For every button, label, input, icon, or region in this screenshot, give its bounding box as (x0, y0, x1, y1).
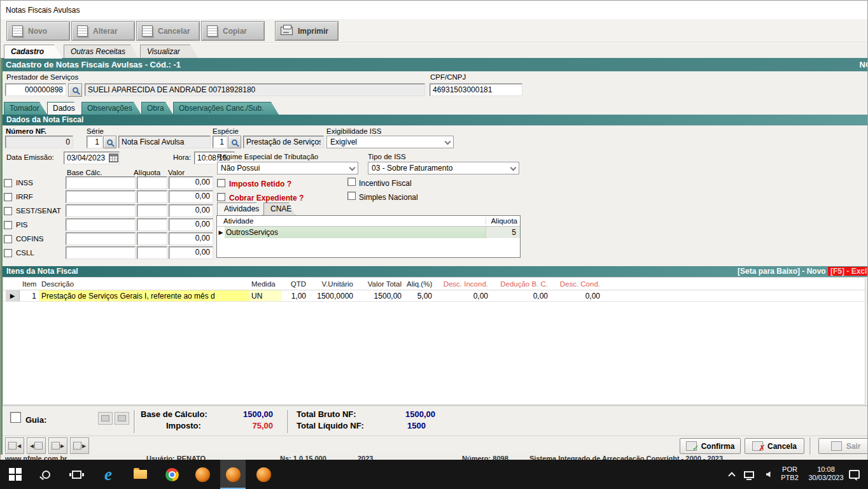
irrf-checkbox[interactable] (4, 193, 12, 201)
sair-button[interactable]: Sair (818, 438, 868, 454)
pis-valor-field[interactable]: 0,00 (169, 218, 213, 231)
nav-last-record-button[interactable]: ▶ (70, 437, 89, 454)
item-row[interactable]: ▶ 1 Prestação de Serviços Gerais I, refe… (3, 290, 865, 302)
sest-senat-valor-field[interactable]: 0,00 (169, 204, 213, 217)
irrf-base-input[interactable] (66, 190, 136, 203)
tab-obra[interactable]: Obra (141, 102, 173, 115)
exit-icon (831, 441, 842, 451)
regime-select[interactable]: Não Possui (217, 162, 358, 174)
cancelar-button[interactable]: Cancelar (136, 21, 200, 41)
sest-senat-checkbox[interactable] (4, 207, 12, 215)
row-selector-icon: ▶ (6, 290, 20, 301)
language-indicator[interactable]: POR PTB2 (778, 465, 802, 482)
language-line2: PTB2 (778, 474, 802, 482)
atividade-row[interactable]: ▶ OutrosServiços 5 (217, 227, 520, 238)
csll-checkbox[interactable] (4, 249, 12, 257)
cobrar-expediente-checkbox[interactable] (217, 193, 225, 201)
sia-app-button-1[interactable] (190, 460, 215, 489)
csll-aliquota-input[interactable] (137, 246, 167, 259)
imposto-retido-checkbox[interactable] (217, 179, 225, 187)
pis-checkbox[interactable] (4, 221, 12, 229)
cpf-cnpj-input[interactable] (430, 83, 522, 96)
search-icon (107, 139, 113, 145)
tab-atividades[interactable]: Atividades (217, 202, 263, 215)
regime-label: Regime Especial de Tributação (217, 153, 318, 160)
serie-search-button[interactable] (103, 136, 116, 148)
sest-senat-base-input[interactable] (66, 204, 136, 217)
serie-input[interactable] (87, 136, 102, 148)
tab-cadastro[interactable]: Cadastro (4, 45, 62, 59)
imprimir-button[interactable]: Imprimir (275, 21, 339, 41)
prestador-search-button[interactable] (68, 83, 82, 97)
tab-tomador[interactable]: Tomador (4, 102, 47, 115)
chrome-button[interactable] (159, 460, 185, 489)
tab-outras-receitas[interactable]: Outras Receitas (64, 45, 139, 59)
tab-visualizar[interactable]: Visualizar (140, 45, 199, 59)
novo-button[interactable]: Novo (6, 21, 70, 41)
taskbar-search-button[interactable] (33, 460, 59, 489)
form-status: NO (860, 58, 868, 71)
guia-checkbox[interactable] (10, 412, 21, 423)
chrome-icon (165, 468, 179, 481)
pis-base-input[interactable] (66, 218, 136, 231)
irrf-aliquota-input[interactable] (137, 190, 167, 203)
descricao-cell: Prestação de Serviços Gerais I, referent… (39, 290, 249, 301)
calendar-icon[interactable] (109, 153, 118, 162)
speaker-icon (766, 472, 771, 478)
sest-senat-aliquota-input[interactable] (137, 204, 167, 217)
copiar-button[interactable]: Copiar (201, 21, 265, 41)
action-center-button[interactable] (843, 460, 865, 489)
volume-tray-button[interactable] (759, 460, 778, 489)
inss-checkbox[interactable] (4, 179, 12, 187)
prestador-nome-field[interactable] (85, 83, 425, 96)
cofins-base-input[interactable] (66, 232, 136, 245)
exigibilidade-iss-select[interactable]: Exigível (326, 136, 454, 148)
internet-explorer-button[interactable]: e (95, 460, 121, 489)
nav-next-record-button[interactable]: ▶ (48, 437, 67, 454)
cofins-checkbox[interactable] (4, 235, 12, 243)
desc-cond-col-header: Desc. Cond. (550, 278, 603, 290)
especie-desc-field[interactable] (243, 136, 324, 148)
inss-base-input[interactable] (66, 176, 136, 189)
csll-base-input[interactable] (66, 246, 136, 259)
tab-observacoes-canc-sub[interactable]: Observações Canc./Sub. (173, 102, 279, 115)
tab-dados[interactable]: Dados (47, 102, 81, 115)
file-explorer-button[interactable] (127, 460, 153, 489)
nav-previous-record-button[interactable]: ◀ (27, 437, 46, 454)
cofins-aliquota-input[interactable] (137, 232, 167, 245)
alterar-button[interactable]: Alterar (71, 21, 135, 41)
guia-print-button[interactable] (115, 412, 129, 425)
pis-aliquota-input[interactable] (137, 218, 167, 231)
itens-table: Item Descrição Medida QTD V.Unitário Val… (3, 277, 865, 405)
inss-aliquota-input[interactable] (137, 176, 167, 189)
dados-section-header: Dados da Nota Fiscal (3, 115, 868, 125)
incentivo-fiscal-checkbox[interactable] (347, 178, 356, 186)
tab-cnae[interactable]: CNAE (263, 202, 295, 215)
aliq-cell: 5,00 (404, 290, 435, 301)
cancela-button[interactable]: ✗ Cancela (745, 438, 804, 454)
tax-row-csll: CSLL 0,00 (4, 246, 214, 260)
tray-expand-button[interactable] (723, 460, 741, 489)
check-icon: ✓ (692, 443, 699, 453)
network-tray-button[interactable] (739, 460, 759, 489)
numero-nf-field[interactable] (5, 136, 73, 148)
simples-nacional-checkbox[interactable] (347, 192, 356, 200)
especie-input[interactable] (213, 136, 227, 148)
sia-app-button-3[interactable] (251, 460, 276, 489)
start-button[interactable] (3, 460, 28, 489)
tab-observacoes[interactable]: Observações (81, 102, 141, 115)
nav-first-record-button[interactable]: ◀ (5, 437, 24, 454)
window-title: Notas Fiscais Avulsas (6, 6, 80, 15)
guia-view-button[interactable] (98, 412, 113, 425)
tipo-iss-select[interactable]: 03 - Sobre Faturamento (368, 162, 519, 174)
cofins-valor-field[interactable]: 0,00 (169, 232, 213, 245)
confirma-button[interactable]: ✓ Confirma (680, 438, 741, 454)
serie-desc-field[interactable] (118, 136, 211, 148)
task-view-button[interactable] (64, 460, 89, 489)
csll-valor-field[interactable]: 0,00 (169, 246, 213, 259)
inss-valor-field[interactable]: 0,00 (169, 176, 213, 189)
prestador-codigo-input[interactable] (5, 83, 66, 96)
especie-search-button[interactable] (228, 136, 241, 148)
irrf-valor-field[interactable]: 0,00 (169, 190, 213, 203)
sia-app-button-2-active[interactable] (220, 460, 246, 489)
